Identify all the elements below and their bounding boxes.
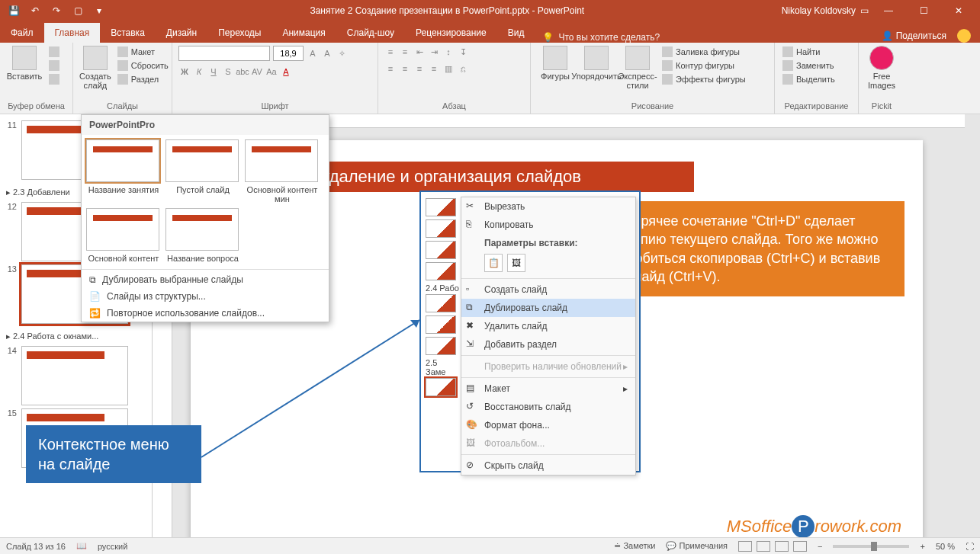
paste-picture-icon[interactable]: 🖼 (507, 254, 525, 272)
shapes-button[interactable]: Фигуры (537, 46, 574, 81)
ctx-duplicate-slide[interactable]: ⧉Дублировать слайд (461, 299, 635, 317)
thumb-14[interactable] (21, 346, 128, 405)
comments-button[interactable]: 💬 Примечания (666, 541, 728, 551)
underline-icon[interactable]: Ч (207, 66, 220, 78)
tab-view[interactable]: Вид (497, 23, 535, 43)
shrink-font-icon[interactable]: A (321, 47, 333, 59)
minimize-button[interactable]: — (873, 0, 904, 21)
clear-format-icon[interactable]: ✧ (336, 47, 348, 59)
case-icon[interactable]: Aa (265, 66, 278, 78)
gallery-duplicate[interactable]: ⧉Дублировать выбранные слайды (82, 271, 329, 288)
tab-transitions[interactable]: Переходы (207, 23, 272, 43)
feedback-icon[interactable] (957, 29, 971, 43)
slide-indicator[interactable]: Слайд 13 из 16 (6, 542, 66, 551)
shadow-icon[interactable]: abc (236, 66, 249, 78)
smartart-icon[interactable]: ⎌ (457, 62, 469, 75)
language-indicator[interactable]: русский (98, 542, 127, 551)
pickit-button[interactable]: Free Images (865, 46, 898, 90)
shape-fill-button[interactable]: Заливка фигуры (660, 46, 747, 58)
grow-font-icon[interactable]: A (307, 47, 319, 59)
tell-me[interactable]: 💡 Что вы хотите сделать? (535, 32, 667, 43)
layout-option[interactable]: Основной контент (86, 208, 161, 263)
zoom-slider[interactable] (833, 545, 909, 548)
tab-animations[interactable]: Анимация (272, 23, 336, 43)
select-button[interactable]: Выделить (781, 73, 837, 85)
font-size-input[interactable] (273, 46, 304, 61)
reset-button[interactable]: Сбросить (116, 59, 170, 72)
ctx-new-slide[interactable]: ▫Создать слайд (461, 280, 635, 299)
paste-dest-theme-icon[interactable]: 📋 (484, 254, 503, 272)
ctx-layout[interactable]: ▤Макет▸ (461, 379, 635, 398)
user-name[interactable]: Nikolay Koldovsky (782, 5, 856, 16)
reading-view-icon[interactable] (775, 541, 789, 552)
numbering-icon[interactable]: ≡ (399, 46, 411, 58)
bullets-icon[interactable]: ≡ (384, 46, 397, 58)
align-left-icon[interactable]: ≡ (384, 62, 397, 75)
justify-icon[interactable]: ≡ (428, 62, 440, 75)
share-button[interactable]: 👤Поделиться (882, 30, 946, 41)
qat-more-icon[interactable]: ▾ (92, 3, 107, 18)
layout-option[interactable]: Основной контент мин (245, 139, 320, 203)
save-icon[interactable]: 💾 (6, 3, 21, 18)
find-button[interactable]: Найти (781, 46, 837, 58)
spacing-icon[interactable]: AV (251, 66, 263, 78)
indent-less-icon[interactable]: ⇤ (413, 46, 426, 58)
arrange-button[interactable]: Упорядочить (578, 46, 615, 81)
tab-slideshow[interactable]: Слайд-шоу (336, 23, 405, 43)
format-painter-button[interactable] (47, 73, 61, 85)
ctx-add-section[interactable]: ⇲Добавить раздел (461, 335, 635, 354)
new-slide-button[interactable]: Создать слайд (79, 46, 111, 90)
section-button[interactable]: Раздел (116, 73, 170, 85)
indent-more-icon[interactable]: ⇥ (428, 46, 440, 58)
replace-button[interactable]: Заменить (781, 59, 837, 72)
notes-button[interactable]: ≐ Заметки (614, 541, 655, 551)
ctx-format-background[interactable]: 🎨Формат фона... (461, 416, 635, 434)
gallery-from-outline[interactable]: 📄Слайды из структуры... (82, 288, 329, 305)
layout-option[interactable]: Название вопроса (165, 208, 240, 263)
columns-icon[interactable]: ▥ (442, 62, 455, 75)
font-name-input[interactable] (178, 46, 270, 61)
normal-view-icon[interactable] (738, 541, 752, 552)
layout-option[interactable]: Название занятия (86, 139, 161, 203)
shape-effects-button[interactable]: Эффекты фигуры (660, 73, 747, 85)
zoom-in-icon[interactable]: + (920, 542, 924, 551)
start-slideshow-icon[interactable]: ▢ (70, 3, 85, 18)
paste-button[interactable]: Вставить (6, 46, 43, 81)
section-header[interactable]: ▸ 2.4 Работа с окнами... (3, 327, 149, 343)
tab-file[interactable]: Файл (0, 23, 44, 43)
sorter-view-icon[interactable] (757, 541, 770, 552)
gallery-reuse-slides[interactable]: 🔁Повторное использование слайдов... (82, 305, 329, 322)
bold-icon[interactable]: Ж (178, 66, 191, 78)
tip-textbox[interactable]: Горячее сочетание "Ctrl+D" сделает копию… (615, 201, 904, 296)
undo-icon[interactable]: ↶ (27, 3, 43, 18)
ribbon-options-icon[interactable]: ▭ (860, 5, 869, 16)
tab-review[interactable]: Рецензирование (405, 23, 497, 43)
zoom-level[interactable]: 50 % (936, 542, 955, 551)
callout-box[interactable]: Контекстное меню на слайде (26, 425, 201, 483)
zoom-out-icon[interactable]: − (818, 542, 822, 551)
layout-button[interactable]: Макет (116, 46, 170, 58)
quick-styles-button[interactable]: Экспресс-стили (619, 46, 656, 90)
line-spacing-icon[interactable]: ↕ (442, 46, 455, 58)
font-color-icon[interactable]: A (280, 66, 292, 78)
ctx-restore-slide[interactable]: ↺Восстановить слайд (461, 398, 635, 416)
ctx-delete-slide[interactable]: ✖Удалить слайд (461, 317, 635, 335)
italic-icon[interactable]: К (193, 66, 205, 78)
ctx-copy[interactable]: ⎘Копировать (461, 216, 635, 234)
align-center-icon[interactable]: ≡ (399, 62, 411, 75)
cut-button[interactable] (47, 46, 61, 58)
copy-button[interactable] (47, 59, 61, 72)
ctx-hide-slide[interactable]: ⊘Скрыть слайд (461, 456, 635, 475)
strike-icon[interactable]: S (222, 66, 234, 78)
text-direction-icon[interactable]: ↧ (457, 46, 469, 58)
spellcheck-icon[interactable]: 📖 (76, 541, 87, 551)
align-right-icon[interactable]: ≡ (413, 62, 426, 75)
tab-home[interactable]: Главная (44, 23, 101, 43)
maximize-button[interactable]: ☐ (908, 0, 939, 21)
tab-design[interactable]: Дизайн (156, 23, 207, 43)
slideshow-view-icon[interactable] (793, 541, 807, 552)
tab-insert[interactable]: Вставка (100, 23, 156, 43)
shape-outline-button[interactable]: Контур фигуры (660, 59, 747, 72)
close-button[interactable]: ✕ (943, 0, 974, 21)
redo-icon[interactable]: ↷ (49, 3, 64, 18)
